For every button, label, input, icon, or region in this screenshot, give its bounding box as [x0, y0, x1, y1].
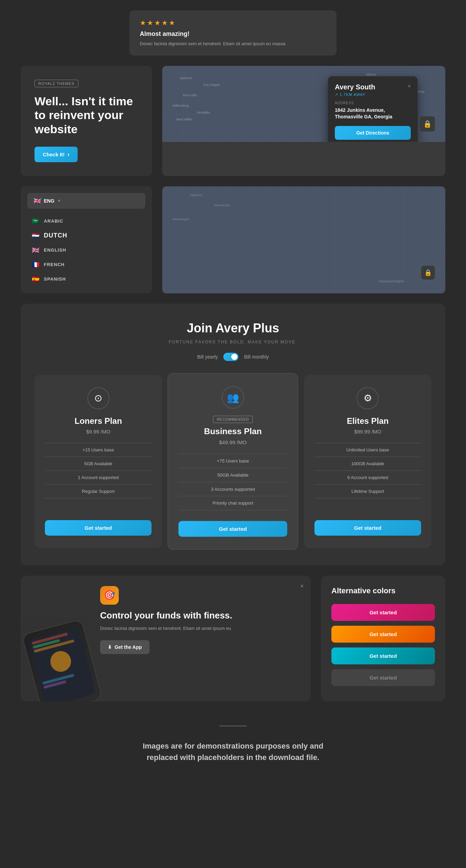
elites-plan-price: $99.99 /MO — [354, 429, 381, 435]
business-plan-icon: 👥 — [222, 386, 244, 409]
alt-colors-title: Alternative colors — [331, 586, 435, 596]
elites-get-started-button[interactable]: Get started — [314, 520, 421, 536]
check-it-button[interactable]: Check It! — [35, 147, 78, 162]
english-flag: 🇬🇧 — [32, 246, 40, 254]
popup-close-button[interactable]: × — [408, 83, 411, 89]
elites-plan-card: ⚙ Elites Plan $99.99 /MO Unlimited Users… — [304, 375, 431, 548]
review-text: Donec facinia dignissim sem et hendrerit… — [140, 40, 326, 47]
business-plan-name: Business Plan — [204, 427, 262, 437]
review-container: ★★★★★ Almost amazing! Donec facinia dign… — [21, 10, 445, 56]
popup-title-group: Avery South ↗ 1.7KM AWAY — [335, 83, 375, 97]
elites-feature-1: Unlimited Users base — [314, 443, 421, 457]
current-flag: 🇬🇧 — [33, 197, 41, 205]
footer-disclaimer: Images are for demonstrations purposes o… — [129, 740, 337, 763]
elites-feature-2: 100GB Available — [314, 457, 421, 470]
app-close-button[interactable]: × — [300, 583, 304, 590]
chevron-down-icon: ▼ — [57, 198, 61, 203]
bill-yearly-label: Bill yearly — [197, 354, 218, 360]
map2-label-1: Optimum — [190, 193, 203, 197]
review-title: Almost amazing! — [140, 30, 326, 38]
orange-get-started-button[interactable]: Get started — [331, 626, 435, 643]
loners-feature-2: 5GB Available — [45, 457, 152, 470]
popup-header: Avery South ↗ 1.7KM AWAY × — [335, 83, 411, 97]
recommended-badge: RECOMMENDED — [213, 416, 253, 423]
elites-feature-4: Lifetime Support — [314, 484, 421, 498]
app-title: Control your funds with finess. — [100, 610, 300, 621]
elites-feature-3: 9 Account supported — [314, 470, 421, 484]
loners-get-started-button[interactable]: Get started — [45, 520, 152, 536]
toggle-knob — [231, 354, 237, 360]
lang-item-spanish[interactable]: 🇪🇸 SPANISH — [28, 272, 145, 286]
map2-lock-icon: 🔒 — [421, 266, 435, 280]
royalz-title: Well... Isn't it time to reinvent your w… — [35, 94, 138, 136]
elites-features-list: Unlimited Users base 100GB Available 9 A… — [314, 443, 421, 498]
loners-features-list: +15 Users base 5GB Available 1 Account s… — [45, 443, 152, 498]
lang-item-english[interactable]: 🇬🇧 ENGLISH — [28, 243, 145, 257]
map-label-4: Wilkinsburg — [173, 104, 189, 107]
map2-label-3: McKeesport — [173, 217, 189, 221]
get-directions-button[interactable]: Get Directions — [335, 126, 411, 140]
spanish-label: SPANISH — [44, 276, 66, 282]
business-plan-price: $49.99 /MO — [219, 439, 247, 445]
popup-distance: ↗ 1.7KM AWAY — [335, 92, 375, 97]
lang-item-arabic[interactable]: 🇸🇦 ARABIC — [28, 214, 145, 228]
page-wrapper: ★★★★★ Almost amazing! Donec facinia dign… — [0, 0, 466, 780]
business-features-list: +75 Users base 50GB Available 3 Accounts… — [178, 453, 288, 510]
phone-screen — [28, 627, 96, 701]
business-feature-2: 50GB Available — [178, 468, 288, 482]
trending-icon: ↗ — [335, 92, 338, 97]
app-description: Donec lacinia dignissim sem et hendrerit… — [100, 625, 300, 632]
map-background: Optimum Fox Chapel Penn Hills Wilkinsbur… — [162, 66, 445, 142]
dark-get-started-button[interactable]: Get started — [331, 669, 435, 686]
map-lock-icon: 🔒 — [420, 116, 435, 131]
teal-get-started-button[interactable]: Get started — [331, 647, 435, 664]
map-label-9: White — [417, 90, 425, 94]
app-icon: 🎯 — [100, 586, 119, 605]
elites-plan-icon: ⚙ — [357, 387, 379, 409]
get-app-button[interactable]: Get the App — [100, 640, 149, 654]
pricing-cards-container: ⊙ Loners Plan $9.99 /MO +15 Users base 5… — [35, 375, 431, 548]
pink-get-started-button[interactable]: Get started — [331, 604, 435, 621]
english-label: ENGLISH — [44, 247, 66, 253]
billing-toggle-group: Bill yearly Bill monthly — [35, 353, 431, 361]
popup-address: 1842 Junkins Avenue, Thomasville GA, Geo… — [335, 107, 411, 120]
pricing-header: Join Avery Plus FORTUNE FAVORS THE BOLD.… — [35, 321, 431, 361]
language-list: 🇸🇦 ARABIC 🇳🇱 DUTCH 🇬🇧 ENGLISH 🇫🇷 FRENCH — [28, 214, 145, 286]
loners-feature-4: Regular Support — [45, 484, 152, 498]
loners-plan-name: Loners Plan — [75, 416, 122, 426]
popup-location-name: Avery South — [335, 83, 375, 91]
map2-label-4: Muskegon­Heights — [379, 280, 404, 283]
business-feature-1: +75 Users base — [178, 453, 288, 468]
pricing-section: Join Avery Plus FORTUNE FAVORS THE BOLD.… — [21, 304, 445, 565]
map-label-5: Versailles — [197, 111, 210, 114]
dutch-flag: 🇳🇱 — [32, 232, 40, 240]
elites-plan-name: Elites Plan — [347, 416, 389, 426]
top-section: ROYALZ THEMES Well... Isn't it time to r… — [21, 66, 445, 176]
map-label-7: Stillmar — [366, 73, 376, 76]
language-dropdown-button[interactable]: 🇬🇧 ENG ▼ — [28, 193, 145, 208]
arabic-flag: 🇸🇦 — [32, 217, 40, 225]
language-card: 🇬🇧 ENG ▼ 🇸🇦 ARABIC 🇳🇱 DUTCH 🇬🇧 ENGLISH — [21, 186, 152, 293]
loners-feature-3: 1 Account supported — [45, 470, 152, 484]
business-get-started-button[interactable]: Get started — [178, 521, 288, 537]
pricing-title: Join Avery Plus — [35, 321, 431, 335]
royalz-card: ROYALZ THEMES Well... Isn't it time to r… — [21, 66, 152, 176]
loners-plan-card: ⊙ Loners Plan $9.99 /MO +15 Users base 5… — [35, 375, 162, 548]
bottom-section: × 🎯 Control your funds with finess. Done… — [21, 576, 445, 702]
lang-item-dutch[interactable]: 🇳🇱 DUTCH — [28, 228, 145, 243]
lang-item-french[interactable]: 🇫🇷 FRENCH — [28, 257, 145, 272]
current-lang-label: ENG — [44, 198, 54, 204]
phone-mockup — [21, 619, 103, 701]
arabic-label: ARABIC — [44, 218, 64, 224]
app-content: 🎯 Control your funds with finess. Donec … — [100, 586, 300, 654]
french-label: FRENCH — [44, 262, 65, 267]
review-card: ★★★★★ Almost amazing! Donec facinia dign… — [129, 10, 337, 56]
app-card: × 🎯 Control your funds with finess. Done… — [21, 576, 311, 702]
bill-monthly-label: Bill monthly — [244, 354, 269, 360]
loners-plan-icon: ⊙ — [87, 387, 109, 409]
popup-address-label: ADDRESS — [335, 101, 411, 105]
map-card: Optimum Fox Chapel Penn Hills Wilkinsbur… — [162, 66, 445, 176]
french-flag: 🇫🇷 — [32, 261, 40, 269]
map-popup: Avery South ↗ 1.7KM AWAY × ADDRESS 1842 … — [328, 76, 418, 142]
billing-toggle-switch[interactable] — [223, 353, 239, 361]
